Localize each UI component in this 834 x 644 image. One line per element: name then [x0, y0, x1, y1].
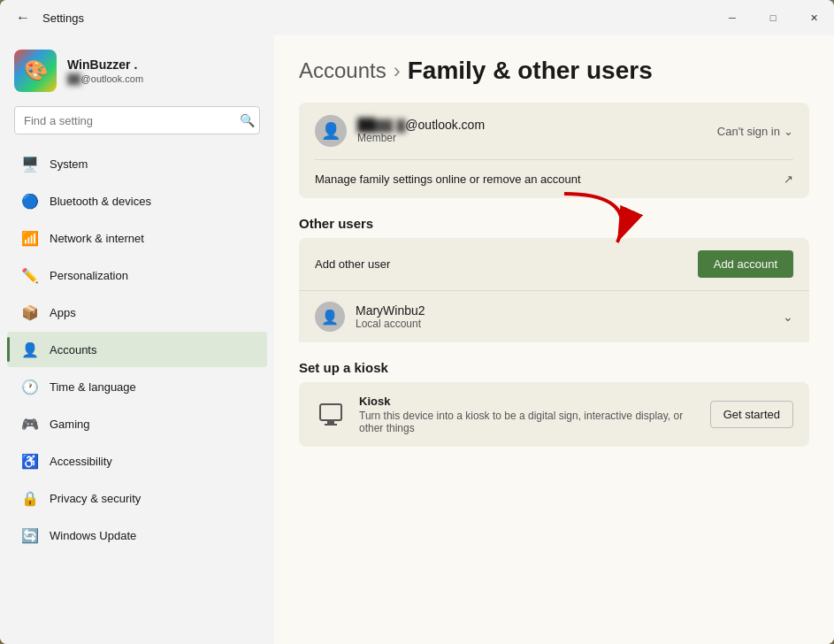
- user-profile: 🎨 WinBuzzer . ██@outlook.com: [0, 35, 274, 103]
- member-info: ██▓▓ ▓@outlook.com Member: [357, 118, 707, 144]
- personalization-icon: ✏️: [21, 266, 39, 284]
- accounts-icon: 👤: [21, 341, 39, 358]
- accessibility-icon: ♿: [21, 452, 39, 470]
- gaming-icon: 🎮: [21, 415, 39, 433]
- search-box: 🔍: [14, 106, 260, 134]
- cant-sign-in-action[interactable]: Can't sign in ⌄: [717, 125, 793, 138]
- page-header: Accounts › Family & other users: [299, 57, 809, 85]
- svg-rect-1: [320, 404, 341, 420]
- sidebar-label-update: Windows Update: [50, 529, 136, 542]
- sidebar-label-accessibility: Accessibility: [50, 455, 112, 468]
- manage-row[interactable]: Manage family settings online or remove …: [299, 160, 809, 198]
- maximize-button[interactable]: □: [753, 0, 793, 35]
- close-button[interactable]: ✕: [793, 0, 834, 35]
- get-started-button[interactable]: Get started: [710, 401, 793, 428]
- user-name: WinBuzzer .: [67, 58, 260, 72]
- family-section-card: 👤 ██▓▓ ▓@outlook.com Member Can't sign i…: [299, 103, 809, 198]
- sidebar-label-privacy: Privacy & security: [50, 492, 141, 505]
- network-icon: 📶: [21, 229, 39, 247]
- sidebar-item-accounts[interactable]: 👤 Accounts: [7, 332, 267, 367]
- apps-icon: 📦: [21, 303, 39, 321]
- window-controls: ─ □ ✕: [712, 0, 834, 35]
- sidebar-label-accounts: Accounts: [50, 343, 96, 356]
- main-panel: Accounts › Family & other users 👤 ██▓▓ ▓…: [274, 35, 834, 644]
- external-link-icon: ↗: [784, 172, 793, 186]
- add-other-user-label: Add other user: [315, 257, 390, 271]
- sidebar-label-bluetooth: Bluetooth & devices: [50, 195, 151, 208]
- add-account-button[interactable]: Add account: [698, 250, 793, 278]
- sidebar-item-accessibility[interactable]: ♿ Accessibility: [7, 443, 267, 479]
- settings-window: ← Settings ─ □ ✕ 🎨 WinBuzzer . ██@outloo…: [0, 0, 834, 644]
- manage-label: Manage family settings online or remove …: [315, 172, 581, 186]
- user-row-info: MaryWinbu2 Local account: [356, 303, 425, 330]
- sidebar-item-gaming[interactable]: 🎮 Gaming: [7, 406, 267, 441]
- member-avatar: 👤: [315, 115, 347, 147]
- sidebar-label-gaming: Gaming: [50, 418, 90, 431]
- sidebar-label-network: Network & internet: [50, 232, 144, 245]
- kiosk-section-card: Kiosk Turn this device into a kiosk to b…: [299, 382, 809, 447]
- avatar: 🎨: [14, 50, 57, 92]
- back-button[interactable]: ←: [11, 5, 35, 30]
- system-icon: 🖥️: [21, 155, 39, 172]
- member-email: ██▓▓ ▓@outlook.com: [357, 118, 707, 132]
- sidebar-label-time: Time & language: [50, 380, 136, 394]
- user-info: WinBuzzer . ██@outlook.com: [67, 58, 260, 84]
- chevron-down-icon: ⌄: [784, 125, 793, 138]
- user-row-avatar: 👤: [315, 302, 345, 332]
- sidebar-item-system[interactable]: 🖥️ System: [7, 146, 267, 181]
- breadcrumb-separator: ›: [394, 58, 401, 83]
- cant-sign-in-label: Can't sign in: [717, 125, 780, 138]
- other-users-card: Add other user Add account 👤 MaryWinbu2 …: [299, 238, 809, 342]
- sidebar-item-update[interactable]: 🔄 Windows Update: [7, 518, 267, 553]
- kiosk-description: Turn this device into a kiosk to be a di…: [359, 410, 698, 434]
- user-row-left: 👤 MaryWinbu2 Local account: [315, 302, 425, 332]
- sidebar: 🎨 WinBuzzer . ██@outlook.com 🔍: [0, 35, 274, 644]
- kiosk-row: Kiosk Turn this device into a kiosk to b…: [299, 382, 809, 447]
- time-icon: 🕐: [21, 378, 39, 395]
- kiosk-title: Kiosk: [359, 395, 698, 408]
- add-user-row: Add other user Add account: [299, 238, 809, 290]
- sidebar-item-privacy[interactable]: 🔒 Privacy & security: [7, 480, 267, 516]
- minimize-button[interactable]: ─: [712, 0, 753, 35]
- search-icon[interactable]: 🔍: [240, 113, 255, 127]
- breadcrumb-parent[interactable]: Accounts: [299, 58, 386, 83]
- sidebar-item-time[interactable]: 🕐 Time & language: [7, 369, 267, 404]
- sidebar-item-apps[interactable]: 📦 Apps: [7, 295, 267, 330]
- kiosk-text: Kiosk Turn this device into a kiosk to b…: [359, 395, 698, 434]
- other-user-row[interactable]: 👤 MaryWinbu2 Local account ⌄: [299, 290, 809, 342]
- app-title: Settings: [42, 12, 84, 25]
- sidebar-item-personalization[interactable]: ✏️ Personalization: [7, 257, 267, 293]
- content-area: 🎨 WinBuzzer . ██@outlook.com 🔍: [0, 35, 834, 644]
- svg-rect-3: [325, 424, 337, 426]
- other-user-type: Local account: [356, 318, 425, 330]
- search-input[interactable]: [14, 106, 260, 134]
- update-icon: 🔄: [21, 526, 39, 544]
- kiosk-header: Set up a kiosk: [299, 360, 809, 375]
- sidebar-item-bluetooth[interactable]: 🔵 Bluetooth & devices: [7, 183, 267, 218]
- privacy-icon: 🔒: [21, 489, 39, 507]
- user-row-chevron-icon: ⌄: [783, 310, 793, 324]
- bluetooth-icon: 🔵: [21, 192, 39, 210]
- kiosk-icon: [315, 399, 347, 431]
- sidebar-label-system: System: [50, 157, 88, 171]
- other-user-name: MaryWinbu2: [356, 303, 425, 318]
- svg-rect-2: [327, 420, 334, 424]
- other-users-header: Other users: [299, 216, 809, 231]
- member-role: Member: [357, 132, 707, 144]
- user-email: ██@outlook.com: [67, 73, 260, 84]
- sidebar-label-apps: Apps: [50, 306, 76, 319]
- breadcrumb-current: Family & other users: [408, 57, 653, 85]
- sidebar-label-personalization: Personalization: [50, 269, 128, 282]
- family-member-row: 👤 ██▓▓ ▓@outlook.com Member Can't sign i…: [299, 103, 809, 159]
- titlebar: ← Settings ─ □ ✕: [0, 0, 834, 35]
- sidebar-item-network[interactable]: 📶 Network & internet: [7, 220, 267, 256]
